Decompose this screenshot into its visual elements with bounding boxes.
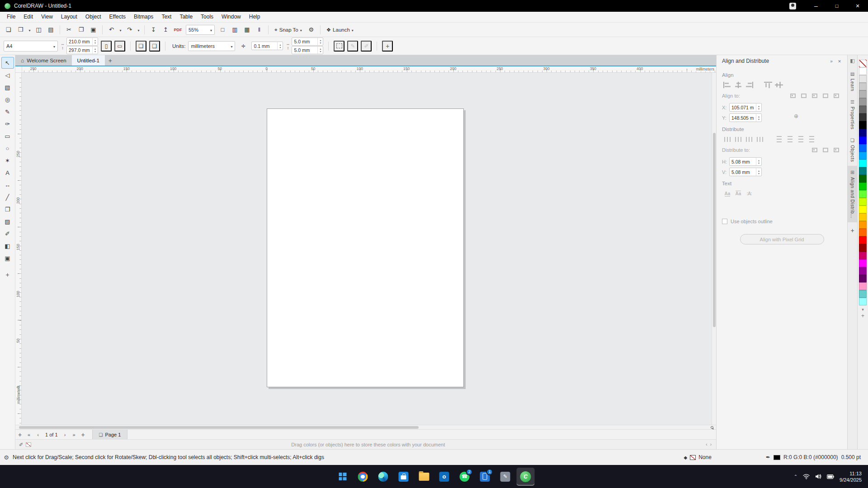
x-spinner[interactable]: ▴▾ xyxy=(756,103,761,111)
color-swatch[interactable] xyxy=(859,136,867,144)
color-swatch[interactable] xyxy=(859,75,867,83)
horizontal-scrollbar-thumb[interactable] xyxy=(19,426,419,429)
h-spacing-input[interactable]: ▴▾ xyxy=(729,157,762,166)
undo-button[interactable] xyxy=(106,24,117,35)
distribute-center-horizontal-button[interactable] xyxy=(733,135,744,144)
y-coordinate-input[interactable]: ▴▾ xyxy=(729,113,762,122)
page-size-preset-select[interactable]: A4 xyxy=(4,41,58,52)
palette-expand-icon[interactable]: ▾ xyxy=(862,307,864,312)
menu-file[interactable]: File xyxy=(3,12,19,22)
tab-welcome-screen[interactable]: Welcome Screen xyxy=(15,55,72,66)
align-to-point-button[interactable] xyxy=(831,91,842,100)
menu-effects[interactable]: Effects xyxy=(105,12,130,22)
use-objects-outline-checkbox[interactable] xyxy=(722,219,727,224)
color-swatch[interactable] xyxy=(859,290,867,298)
color-swatch[interactable] xyxy=(859,183,867,190)
align-to-active-object-button[interactable] xyxy=(788,91,798,100)
color-swatch[interactable] xyxy=(859,259,867,267)
color-swatch[interactable] xyxy=(859,98,867,106)
connector-tool[interactable]: ╱ xyxy=(1,191,14,203)
document-palette-bar[interactable]: Drag colors (or objects) here to store t… xyxy=(15,439,716,449)
cut-button[interactable] xyxy=(63,24,75,35)
redo-dropdown[interactable] xyxy=(136,24,141,35)
pick-tool[interactable]: ↖ xyxy=(1,57,14,69)
document-page[interactable] xyxy=(267,108,464,387)
page-1-tab[interactable]: Page 1 xyxy=(92,430,128,439)
color-swatch[interactable] xyxy=(859,267,867,275)
color-swatch[interactable] xyxy=(859,106,867,113)
color-swatch[interactable] xyxy=(859,229,867,236)
copy-button[interactable] xyxy=(75,24,87,35)
duplicate-x-field[interactable] xyxy=(292,38,317,45)
add-page-button-2[interactable] xyxy=(79,430,88,439)
chrome-taskbar-button[interactable] xyxy=(354,468,372,486)
align-with-pixel-grid-button[interactable]: Align with Pixel Grid xyxy=(740,234,824,244)
whatsapp-taskbar-button[interactable]: ☎2 xyxy=(456,468,474,486)
dimension-tool[interactable]: ↔ xyxy=(1,179,14,191)
distribute-to-page-button[interactable] xyxy=(820,145,831,155)
wifi-icon[interactable] xyxy=(803,474,810,479)
drop-shadow-tool[interactable]: ❐ xyxy=(1,203,14,215)
show-rulers-button[interactable] xyxy=(229,24,241,35)
menu-tools[interactable]: Tools xyxy=(197,12,217,22)
publish-pdf-button[interactable]: PDF xyxy=(172,24,184,35)
ruler-origin-corner[interactable] xyxy=(15,66,22,72)
color-swatch[interactable] xyxy=(859,167,867,175)
page-height-spinner[interactable]: ▴▾ xyxy=(92,47,98,54)
transparency-tool[interactable]: ▨ xyxy=(1,216,14,227)
portrait-button[interactable] xyxy=(101,41,112,52)
file-explorer-taskbar-button[interactable] xyxy=(415,468,433,486)
previous-page-button[interactable] xyxy=(33,430,42,439)
fullscreen-preview-button[interactable] xyxy=(217,24,228,35)
menu-help[interactable]: Help xyxy=(245,12,264,22)
menu-bitmaps[interactable]: Bitmaps xyxy=(130,12,157,22)
color-swatch[interactable] xyxy=(859,252,867,259)
color-swatch[interactable] xyxy=(859,244,867,252)
color-swatch[interactable] xyxy=(859,83,867,90)
pen-app-taskbar-button[interactable]: ✎ xyxy=(496,468,514,486)
freehand-tool[interactable]: ✎ xyxy=(1,106,14,117)
vertical-ruler[interactable]: millimeters 250200150100500 xyxy=(15,73,22,425)
treat-as-filled-button[interactable] xyxy=(334,41,344,52)
tab-untitled-1[interactable]: Untitled-1 xyxy=(72,55,105,66)
h-spinner[interactable]: ▴▾ xyxy=(756,158,761,165)
horizontal-scrollbar[interactable] xyxy=(15,425,716,429)
import-button[interactable] xyxy=(148,24,159,35)
zoom-corner-button[interactable] xyxy=(709,425,715,429)
docker-tab-align[interactable]: Align and Distrib... xyxy=(848,166,857,222)
nudge-spinner[interactable]: ▴▾ xyxy=(277,42,283,50)
align-to-grid-button[interactable] xyxy=(820,91,831,100)
x-coordinate-field[interactable] xyxy=(730,103,756,111)
menu-view[interactable]: View xyxy=(37,12,57,22)
ellipse-tool[interactable]: ○ xyxy=(1,142,14,154)
color-swatch[interactable] xyxy=(859,67,867,75)
eyedropper-tool[interactable]: ✐ xyxy=(1,228,14,239)
palette-scroll-left-icon[interactable]: ‹ xyxy=(706,442,707,447)
color-swatch[interactable] xyxy=(859,282,867,290)
palette-scroll-right-icon[interactable]: › xyxy=(710,442,712,447)
docker-flyout-button[interactable] xyxy=(827,57,835,65)
color-swatch[interactable] xyxy=(859,275,867,282)
page-height-input[interactable]: ▴▾ xyxy=(66,46,98,54)
volume-icon[interactable] xyxy=(815,474,821,479)
color-swatch[interactable] xyxy=(859,90,867,98)
distribute-spacing-horizontal-button[interactable] xyxy=(744,135,755,144)
add-docker-button[interactable] xyxy=(850,227,854,234)
zoom-tool[interactable]: ◎ xyxy=(1,94,14,105)
color-swatch[interactable] xyxy=(859,121,867,129)
specify-point-button[interactable] xyxy=(794,113,798,119)
fill-indicator[interactable]: None xyxy=(684,454,711,460)
show-guidelines-button[interactable] xyxy=(254,24,265,35)
x-coordinate-input[interactable]: ▴▾ xyxy=(729,103,762,112)
distribute-top-button[interactable] xyxy=(774,135,784,144)
color-swatch[interactable] xyxy=(859,113,867,121)
menu-table[interactable]: Table xyxy=(175,12,197,22)
duplicate-x-spinner[interactable]: ▴▾ xyxy=(317,38,323,45)
minimize-button[interactable] xyxy=(806,0,826,12)
current-page-button[interactable] xyxy=(149,41,160,52)
docker-tab-learn[interactable]: Learn xyxy=(848,67,857,95)
maximize-button[interactable] xyxy=(826,0,847,12)
export-button[interactable] xyxy=(160,24,171,35)
color-swatch[interactable] xyxy=(859,298,867,305)
align-center-horizontal-button[interactable] xyxy=(733,80,744,89)
